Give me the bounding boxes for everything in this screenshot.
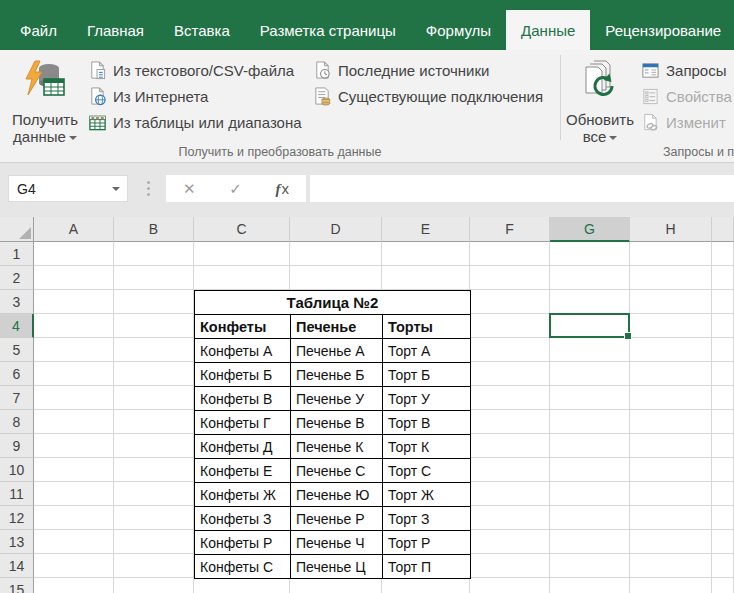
cell-A7[interactable]	[34, 386, 114, 410]
table-cell-r4c2[interactable]: Печенье В	[291, 411, 383, 435]
table-cell-r6c2[interactable]: Печенье С	[291, 459, 383, 483]
cell-F5[interactable]	[470, 338, 550, 362]
from-text-csv-item[interactable]: Из текстового/CSV-файла	[88, 57, 294, 83]
column-header-g[interactable]: G	[550, 217, 630, 242]
cell-H13[interactable]	[630, 530, 712, 554]
table-header-1[interactable]: Конфеты	[195, 315, 291, 339]
cell-B13[interactable]	[114, 530, 194, 554]
row-header-12[interactable]: 12	[0, 506, 34, 530]
table-cell-r10c2[interactable]: Печенье Ц	[291, 555, 383, 579]
cell-B3[interactable]	[114, 290, 194, 314]
cell-H1[interactable]	[630, 242, 712, 266]
cell-H6[interactable]	[630, 362, 712, 386]
table-cell-r3c1[interactable]: Конфеты В	[195, 387, 291, 411]
row-header-2[interactable]: 2	[0, 266, 34, 290]
row-header-5[interactable]: 5	[0, 338, 34, 362]
row-header-8[interactable]: 8	[0, 410, 34, 434]
table-cell-r1c1[interactable]: Конфеты А	[195, 339, 291, 363]
cell-B11[interactable]	[114, 482, 194, 506]
table-header-3[interactable]: Торты	[383, 315, 471, 339]
from-web-item[interactable]: Из Интернета	[88, 83, 208, 109]
cell-F8[interactable]	[470, 410, 550, 434]
tab-data[interactable]: Данные	[506, 10, 590, 50]
name-box[interactable]: G4	[8, 175, 128, 202]
cell-G11[interactable]	[550, 482, 630, 506]
cell-H15[interactable]	[630, 578, 712, 593]
refresh-all-button[interactable]: Обновить все	[566, 53, 634, 159]
row-header-14[interactable]: 14	[0, 554, 34, 578]
column-header-partial[interactable]	[712, 217, 734, 242]
from-table-range-item[interactable]: Из таблицы или диапазона	[88, 109, 302, 135]
cell-G14[interactable]	[550, 554, 630, 578]
row-header-7[interactable]: 7	[0, 386, 34, 410]
cell-I1[interactable]	[712, 242, 734, 266]
cell-B2[interactable]	[114, 266, 194, 290]
table-cell-r9c1[interactable]: Конфеты Р	[195, 531, 291, 555]
table-cell-r1c3[interactable]: Торт А	[383, 339, 471, 363]
cell-I3[interactable]	[712, 290, 734, 314]
cell-I15[interactable]	[712, 578, 734, 593]
cell-G8[interactable]	[550, 410, 630, 434]
cell-F12[interactable]	[470, 506, 550, 530]
cell-C15[interactable]	[194, 578, 290, 593]
cell-C2[interactable]	[194, 266, 290, 290]
cell-B7[interactable]	[114, 386, 194, 410]
table-cell-r8c2[interactable]: Печенье Р	[291, 507, 383, 531]
row-header-4[interactable]: 4	[0, 314, 34, 338]
tab-formulas[interactable]: Формулы	[411, 10, 506, 50]
row-header-15[interactable]: 15	[0, 578, 34, 593]
cell-A12[interactable]	[34, 506, 114, 530]
cell-F14[interactable]	[470, 554, 550, 578]
row-header-9[interactable]: 9	[0, 434, 34, 458]
cell-I8[interactable]	[712, 410, 734, 434]
table-cell-r10c3[interactable]: Торт П	[383, 555, 471, 579]
table-cell-r8c1[interactable]: Конфеты З	[195, 507, 291, 531]
cell-F15[interactable]	[470, 578, 550, 593]
table-cell-r3c2[interactable]: Печенье У	[291, 387, 383, 411]
tab-review[interactable]: Рецензирование	[590, 10, 734, 50]
row-header-10[interactable]: 10	[0, 458, 34, 482]
cell-A8[interactable]	[34, 410, 114, 434]
cell-B10[interactable]	[114, 458, 194, 482]
cell-G3[interactable]	[550, 290, 630, 314]
cell-F9[interactable]	[470, 434, 550, 458]
cell-H11[interactable]	[630, 482, 712, 506]
row-header-6[interactable]: 6	[0, 362, 34, 386]
cell-B4[interactable]	[114, 314, 194, 338]
name-box-caret-icon[interactable]	[105, 180, 127, 198]
table-cell-r1c2[interactable]: Печенье А	[291, 339, 383, 363]
cell-F6[interactable]	[470, 362, 550, 386]
table-title[interactable]: Таблица №2	[195, 291, 471, 315]
fill-handle[interactable]	[624, 332, 632, 340]
tab-home[interactable]: Главная	[72, 10, 159, 50]
tab-file[interactable]: Файл	[5, 10, 72, 50]
cell-E15[interactable]	[382, 578, 470, 593]
cell-G10[interactable]	[550, 458, 630, 482]
table-cell-r8c3[interactable]: Торт З	[383, 507, 471, 531]
cell-G9[interactable]	[550, 434, 630, 458]
cell-H9[interactable]	[630, 434, 712, 458]
cell-G5[interactable]	[550, 338, 630, 362]
table-cell-r7c1[interactable]: Конфеты Ж	[195, 483, 291, 507]
column-header-h[interactable]: H	[630, 217, 712, 242]
cell-H7[interactable]	[630, 386, 712, 410]
get-data-button[interactable]: Получить данные	[6, 53, 84, 159]
cell-F10[interactable]	[470, 458, 550, 482]
cell-D15[interactable]	[290, 578, 382, 593]
cell-H2[interactable]	[630, 266, 712, 290]
cell-C1[interactable]	[194, 242, 290, 266]
cell-A6[interactable]	[34, 362, 114, 386]
cell-A10[interactable]	[34, 458, 114, 482]
cell-A15[interactable]	[34, 578, 114, 593]
table-cell-r5c3[interactable]: Торт К	[383, 435, 471, 459]
table-cell-r7c2[interactable]: Печенье Ю	[291, 483, 383, 507]
recent-sources-item[interactable]: Последние источники	[313, 57, 489, 83]
cell-F7[interactable]	[470, 386, 550, 410]
table-cell-r7c3[interactable]: Торт Ж	[383, 483, 471, 507]
column-header-f[interactable]: F	[470, 217, 550, 242]
table-header-2[interactable]: Печенье	[291, 315, 383, 339]
cell-G15[interactable]	[550, 578, 630, 593]
table-cell-r3c3[interactable]: Торт У	[383, 387, 471, 411]
cell-I10[interactable]	[712, 458, 734, 482]
cell-G7[interactable]	[550, 386, 630, 410]
